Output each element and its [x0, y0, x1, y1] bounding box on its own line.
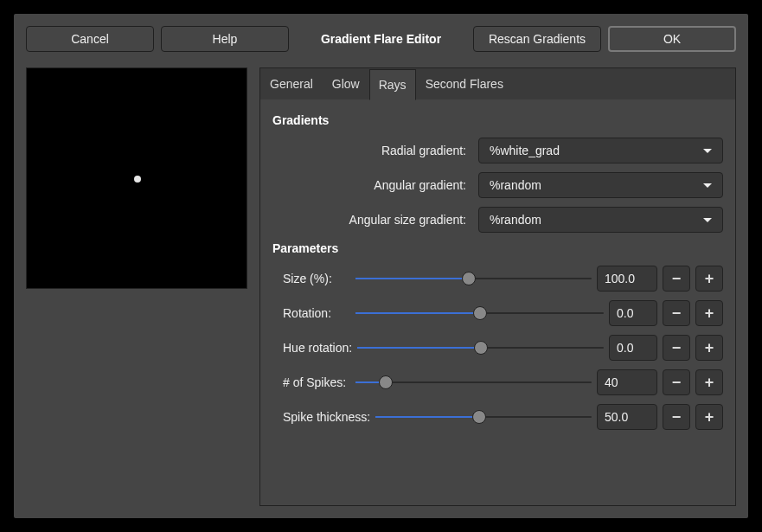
tab-second-flares[interactable]: Second Flares [416, 68, 513, 99]
size-label: Size (%): [272, 272, 350, 285]
spikes-label: # of Spikes: [272, 375, 350, 389]
tab-bar: General Glow Rays Second Flares [260, 68, 735, 99]
rotation-decrement-button[interactable]: − [663, 300, 690, 326]
dialog-title: Gradient Flare Editor [296, 32, 466, 46]
hue-rotation-input[interactable]: 0.0 [609, 335, 657, 361]
tab-glow[interactable]: Glow [323, 68, 369, 99]
spikes-decrement-button[interactable]: − [663, 369, 690, 395]
cancel-button[interactable]: Cancel [26, 26, 154, 52]
rotation-increment-button[interactable]: + [695, 300, 723, 326]
hue-rotation-slider[interactable] [357, 335, 604, 361]
hue-rotation-increment-button[interactable]: + [695, 335, 723, 361]
svg-point-21 [134, 176, 141, 183]
angular-gradient-value: %random [490, 178, 541, 192]
spike-thickness-slider[interactable] [375, 404, 592, 430]
size-increment-button[interactable]: + [695, 266, 723, 292]
rotation-label: Rotation: [272, 306, 350, 320]
dialog-window: Cancel Help Gradient Flare Editor Rescan… [14, 14, 748, 518]
angular-gradient-label: Angular gradient: [272, 178, 471, 192]
titlebar: Cancel Help Gradient Flare Editor Rescan… [26, 26, 736, 52]
tab-rays[interactable]: Rays [369, 69, 416, 100]
size-slider[interactable] [355, 266, 592, 292]
spikes-increment-button[interactable]: + [695, 369, 723, 395]
chevron-down-icon [703, 183, 712, 188]
spike-thickness-input[interactable]: 50.0 [597, 404, 657, 430]
spike-thickness-increment-button[interactable]: + [695, 404, 723, 430]
spike-thickness-decrement-button[interactable]: − [663, 404, 690, 430]
hue-rotation-label: Hue rotation: [272, 341, 352, 355]
rays-panel: Gradients Radial gradient: %white_grad A… [260, 99, 735, 505]
spikes-input[interactable]: 40 [597, 369, 657, 395]
angular-size-gradient-dropdown[interactable]: %random [478, 207, 723, 233]
gradients-heading: Gradients [272, 113, 723, 127]
size-input[interactable]: 100.0 [597, 266, 657, 292]
settings-panel: General Glow Rays Second Flares Gradient… [259, 67, 736, 506]
spike-thickness-label: Spike thickness: [272, 410, 370, 424]
angular-size-gradient-value: %random [490, 213, 541, 227]
tab-general[interactable]: General [260, 68, 323, 99]
dialog-body: General Glow Rays Second Flares Gradient… [26, 67, 736, 506]
radial-gradient-value: %white_grad [490, 144, 560, 157]
ok-button[interactable]: OK [608, 26, 736, 52]
size-decrement-button[interactable]: − [663, 266, 690, 292]
parameters-heading: Parameters [272, 241, 723, 255]
flare-preview [26, 67, 247, 289]
rotation-slider[interactable] [355, 300, 604, 326]
rotation-input[interactable]: 0.0 [609, 300, 657, 326]
chevron-down-icon [703, 218, 712, 222]
angular-size-gradient-label: Angular size gradient: [272, 213, 471, 227]
spikes-slider[interactable] [355, 369, 592, 395]
radial-gradient-dropdown[interactable]: %white_grad [478, 138, 723, 163]
angular-gradient-dropdown[interactable]: %random [478, 172, 723, 198]
help-button[interactable]: Help [161, 26, 289, 52]
chevron-down-icon [703, 149, 712, 153]
hue-rotation-decrement-button[interactable]: − [663, 335, 690, 361]
radial-gradient-label: Radial gradient: [272, 144, 471, 157]
rescan-gradients-button[interactable]: Rescan Gradients [473, 26, 601, 52]
